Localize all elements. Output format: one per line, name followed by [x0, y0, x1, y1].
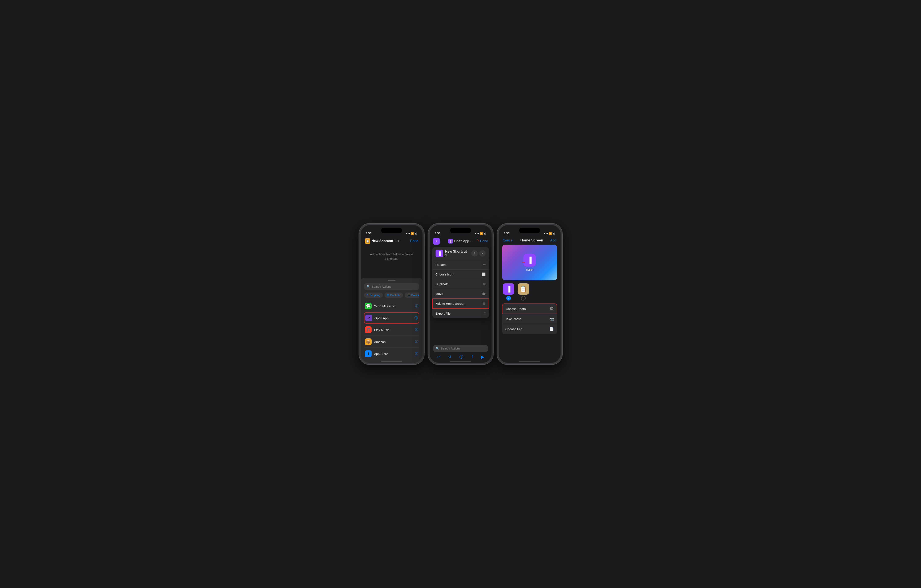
scripting-icon: ⟳ — [366, 294, 369, 297]
action-open-app[interactable]: ↗ Open App ⓘ — [364, 312, 419, 324]
phone2-bottom: 🔍 Search Actions ↩ ↺ ⓘ ⤴ ▶ — [430, 343, 491, 363]
action-play-music-info[interactable]: ⓘ — [415, 328, 418, 332]
dynamic-island-2 — [450, 228, 471, 233]
twitch-nav-icon: ▐ — [448, 239, 453, 244]
home-indicator-2 — [450, 361, 471, 362]
action-appstore-info[interactable]: ⓘ — [415, 352, 418, 356]
action-open-app-label: Open App — [374, 316, 412, 320]
home-screen-title: Home Screen — [521, 238, 543, 242]
signal-icon: ●●● — [406, 232, 410, 235]
status-icons-3: ●●● 📶 89 — [544, 232, 555, 235]
info-btn[interactable]: ⓘ — [459, 354, 463, 359]
rename-icon: ✏ — [483, 263, 486, 266]
menu-add-home[interactable]: Add to Home Screen ⊞ — [432, 299, 489, 309]
close-btn[interactable]: ✕ — [479, 250, 486, 257]
menu-export[interactable]: Export File ⤴ — [432, 309, 489, 318]
icon-option-twitch[interactable]: ▐ ✓ — [503, 283, 514, 300]
action-send-message[interactable]: 💬 Send Message ⓘ — [364, 300, 419, 312]
action-amazon-info[interactable]: ⓘ — [415, 339, 418, 344]
filter-device[interactable]: 📱 Device — [405, 292, 419, 298]
radio-shortcuts[interactable] — [521, 296, 526, 300]
option-take-photo[interactable]: Take Photo 📷 — [502, 314, 557, 324]
panel-handle-1 — [388, 280, 395, 281]
menu-duplicate[interactable]: Duplicate ⊞ — [432, 279, 489, 289]
empty-shortcut-text: Add actions from below to create a short… — [361, 246, 423, 267]
radio-twitch[interactable]: ✓ — [506, 296, 511, 300]
camera-icon: 📷 — [550, 317, 554, 321]
shortcuts-icon-option: 📋 — [517, 283, 529, 295]
filter-controls[interactable]: ⊞ Controls — [384, 292, 403, 298]
signal-icon-2: ●●● — [475, 232, 479, 235]
action-send-message-label: Send Message — [374, 304, 412, 308]
chevron-icon: ▾ — [398, 240, 399, 242]
phone-3: 3:53 ●●● 📶 89 Cancel Home Screen Add → ▐… — [497, 224, 562, 364]
action-appstore[interactable]: ⬆ App Store ⓘ — [364, 348, 419, 359]
device-icon: 📱 — [407, 294, 410, 297]
action-amazon[interactable]: 📦 Amazon ⓘ — [364, 336, 419, 348]
context-app-name: New Shortcut 1 — [445, 250, 469, 257]
icon-option-shortcuts[interactable]: 📋 — [517, 283, 529, 300]
action-open-app-info[interactable]: ⓘ — [415, 316, 418, 320]
cancel-button[interactable]: Cancel — [503, 239, 513, 242]
phone-2: ↓ 3:51 ●●● 📶 89 ↗ ▐ Open App ▾ Done ▐ Ne… — [428, 224, 493, 364]
context-header-actions: ⤴ ✕ — [471, 250, 486, 257]
status-icons-2: ●●● 📶 89 — [475, 232, 486, 235]
action-play-music-label: Play Music — [374, 328, 412, 331]
action-amazon-label: Amazon — [374, 340, 412, 344]
option-choose-photo[interactable]: Choose Photo 🖼 — [502, 304, 557, 314]
phone2-content: ↗ ▐ Open App ▾ Done ▐ New Shortcut 1 ⤴ ✕… — [430, 236, 491, 363]
icon-selector: ▐ ✓ 📋 — [499, 280, 561, 304]
battery-icon: 89 — [415, 232, 417, 235]
option-choose-file[interactable]: Choose File 📄 — [502, 324, 557, 334]
play-btn[interactable]: ▶ — [481, 354, 484, 359]
action-send-message-info[interactable]: ⓘ — [415, 304, 418, 308]
add-button[interactable]: Add — [550, 239, 556, 242]
filter-scripting[interactable]: ⟳ Scripting — [364, 292, 383, 298]
status-time-3: 3:53 — [504, 232, 509, 235]
phone2-nav: ↗ ▐ Open App ▾ Done — [430, 236, 491, 246]
dynamic-island-3 — [519, 228, 540, 233]
choose-file-label: Choose File — [505, 327, 522, 331]
done-button-2[interactable]: Done — [480, 239, 488, 243]
status-icons-1: ●●● 📶 89 — [406, 232, 417, 235]
done-button-1[interactable]: Done — [410, 239, 418, 243]
menu-add-home-label: Add to Home Screen — [436, 302, 465, 305]
share-btn[interactable]: ⤴ — [471, 250, 478, 257]
phone-1: 3:50 ●●● 📶 89 📋 New Shortcut 1 ▾ Done Ad… — [359, 224, 424, 364]
duplicate-icon: ⊞ — [483, 282, 486, 286]
preview-red-arrow: → — [521, 260, 526, 265]
context-menu-header: ▐ New Shortcut 1 ⤴ ✕ — [432, 247, 489, 260]
filter-scripting-label: Scripting — [370, 294, 381, 297]
share-toolbar-btn[interactable]: ⤴ — [471, 355, 473, 359]
phone2-title: ▐ Open App ▾ — [448, 239, 472, 244]
preview-app-label: Twitch — [526, 268, 534, 271]
menu-rename[interactable]: Rename ✏ — [432, 260, 489, 270]
photo-icon: 🖼 — [550, 307, 553, 310]
redo-btn[interactable]: ↺ — [448, 354, 451, 359]
search-bar-2[interactable]: 🔍 Search Actions — [433, 345, 488, 352]
toolbar-row: ↩ ↺ ⓘ ⤴ ▶ — [433, 354, 488, 359]
menu-move[interactable]: Move 🗁 — [432, 289, 489, 299]
menu-rename-label: Rename — [436, 263, 447, 266]
action-play-music[interactable]: 🎵 Play Music ⓘ — [364, 324, 419, 336]
search-placeholder-1: Search Actions — [372, 285, 391, 288]
phone2-nav-chevron: ▾ — [470, 240, 472, 243]
take-photo-label: Take Photo — [505, 317, 521, 321]
filter-device-label: Device — [412, 294, 419, 297]
battery-icon-2: 89 — [484, 232, 486, 235]
undo-btn[interactable]: ↩ — [437, 354, 440, 359]
phone1-content: 📋 New Shortcut 1 ▾ Done Add actions from… — [361, 236, 423, 363]
choose-icon-icon: ⬜ — [482, 272, 486, 276]
filter-row-1: ⟳ Scripting ⊞ Controls 📱 Device › — [364, 292, 419, 298]
menu-choose-icon[interactable]: Choose Icon ⬜ — [432, 270, 489, 279]
search-placeholder-2: Search Actions — [441, 347, 460, 350]
search-icon-2: 🔍 — [436, 347, 439, 350]
shortcut-name: New Shortcut 1 — [372, 239, 396, 243]
send-message-icon: 💬 — [365, 303, 372, 309]
context-app-icon: ▐ — [436, 250, 443, 257]
choose-photo-label: Choose Photo — [506, 307, 526, 310]
move-icon: 🗁 — [482, 292, 486, 296]
search-bar-1[interactable]: 🔍 Search Actions — [364, 283, 419, 290]
wifi-icon-2: 📶 — [480, 232, 483, 235]
menu-duplicate-label: Duplicate — [436, 282, 449, 286]
